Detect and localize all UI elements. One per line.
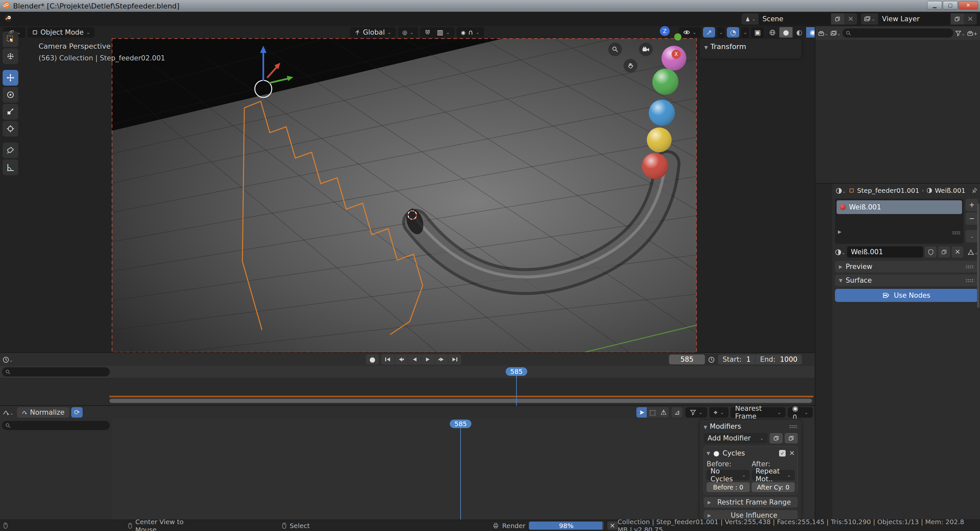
select-box-tool[interactable] [3, 31, 18, 47]
material-copy-icon[interactable] [938, 246, 950, 257]
snap-mode-dropdown[interactable]: Nearest Frame⌄ [730, 407, 786, 418]
minimize-button[interactable]: ▁ [927, 1, 942, 10]
auto-key-button[interactable]: ● [366, 354, 379, 365]
normalize-button[interactable]: Normalize [17, 407, 69, 418]
close-button[interactable]: ✕ [958, 1, 978, 10]
view-layer-copy-icon[interactable] [951, 13, 964, 24]
restrict-frame-range-toggle[interactable]: ▶Restrict Frame Range [704, 497, 798, 507]
tweak-tool-button[interactable]: ➤ [636, 407, 647, 418]
stopwatch-icon[interactable] [708, 356, 715, 364]
box-select-tool-button[interactable]: ⬚ [647, 407, 658, 418]
after-cycles-field[interactable]: After Cy: 0 [752, 482, 795, 492]
pan-widget[interactable] [624, 59, 637, 73]
material-slot-list[interactable]: Weiß.001 ▶ [835, 199, 964, 244]
xray-toggle[interactable]: ▣ [751, 27, 764, 38]
blender-menu-icon[interactable] [4, 14, 13, 24]
scene-selector[interactable]: ⌄ Scene ✕ [741, 13, 857, 24]
slot-specials-button[interactable]: ⌄ [966, 230, 978, 242]
error-filter-button[interactable]: ⚠ [658, 407, 669, 418]
view-layer-remove-icon[interactable]: ✕ [964, 13, 977, 24]
graph-editor-icon[interactable]: ⌄ [3, 408, 14, 416]
material-unlink-icon[interactable]: ✕ [951, 246, 963, 257]
properties-editor-icon[interactable]: ⌄ [835, 187, 846, 195]
gizmo-toggle[interactable]: ↗ [703, 27, 715, 38]
prev-keyframe-button[interactable] [395, 354, 408, 365]
outliner-filter-icon[interactable]: ⌄ [955, 29, 965, 37]
render-cancel-button[interactable]: ✕ [607, 521, 618, 530]
zoom-widget[interactable] [608, 43, 622, 56]
gizmo-dropdown[interactable]: ⌄ [717, 27, 725, 38]
timeline-playhead[interactable] [516, 375, 517, 406]
proportional-edit-toggle[interactable]: ◉ ∩ ⌄ [457, 27, 484, 38]
visibility-dropdown[interactable]: ⌄ [679, 27, 701, 38]
current-frame-field[interactable]: 585 [669, 354, 705, 364]
pivot-point-dropdown[interactable]: ⌖⌄ [709, 407, 729, 418]
paste-modifiers-icon[interactable] [785, 433, 798, 443]
outliner-display-mode-icon[interactable]: ⌄ [830, 29, 841, 37]
overlays-toggle[interactable]: ◔ [727, 27, 739, 38]
new-collection-icon[interactable]: + [967, 29, 977, 37]
annotate-tool[interactable] [3, 142, 18, 158]
shading-wireframe-button[interactable] [766, 27, 780, 38]
scene-unlink-icon[interactable]: ✕ [844, 13, 857, 24]
orientation-dropdown[interactable]: Global⌄ [350, 27, 396, 38]
add-modifier-dropdown[interactable]: Add Modifier⌄ [704, 433, 768, 443]
graph-playhead[interactable] [460, 427, 461, 520]
proportional-graph-toggle[interactable]: ◉ ∩⌄ [788, 407, 813, 418]
graph-search-input[interactable] [2, 421, 110, 430]
copy-modifiers-icon[interactable] [770, 433, 783, 443]
move-tool[interactable] [3, 70, 18, 86]
after-mode-dropdown[interactable]: Repeat Mot..⌄ [752, 470, 795, 480]
outliner-search-input[interactable] [843, 29, 953, 38]
jump-end-button[interactable] [448, 354, 461, 365]
shading-rendered-button[interactable]: ◉ [806, 27, 815, 38]
panel-preview[interactable]: ▶Preview [835, 261, 978, 273]
before-mode-dropdown[interactable]: No Cycles⌄ [706, 470, 750, 480]
rotate-tool[interactable] [3, 87, 18, 103]
shading-material-button[interactable]: ◐ [793, 27, 806, 38]
slot-remove-button[interactable]: − [966, 212, 978, 225]
next-keyframe-button[interactable] [435, 354, 448, 365]
pin-icon[interactable] [972, 188, 977, 193]
auto-normalize-toggle[interactable]: ⟳ [71, 407, 83, 418]
play-button[interactable] [422, 354, 435, 365]
play-reverse-button[interactable] [408, 354, 422, 365]
material-slot-active[interactable]: Weiß.001 [837, 200, 962, 214]
cycles-expand-arrow[interactable]: ▼ [706, 451, 710, 456]
ghost-curves-button[interactable]: ⊿ [671, 407, 682, 418]
breadcrumb-object[interactable]: Step_feeder01.001 [857, 187, 919, 195]
cursor-tool[interactable] [3, 48, 18, 64]
properties-scrollbar[interactable] [977, 203, 979, 308]
outliner-editor-icon[interactable]: ⌄ [818, 29, 829, 37]
frame-end-field[interactable]: End:1000 [755, 354, 802, 364]
scene-copy-icon[interactable] [831, 13, 844, 24]
panel-surface[interactable]: ▼Surface [835, 274, 978, 286]
timeline-search-input[interactable] [2, 367, 110, 376]
snap-toggle[interactable]: ▥⌄ [420, 27, 454, 38]
mode-dropdown[interactable]: Object Mode⌄ [27, 27, 95, 38]
slot-add-button[interactable]: + [966, 199, 978, 211]
overlays-dropdown[interactable]: ⌄ [741, 27, 749, 38]
jump-start-button[interactable] [381, 354, 395, 365]
pivot-dropdown[interactable]: ◎⌄ [398, 27, 418, 38]
breadcrumb-material[interactable]: Weiß.001 [935, 187, 966, 195]
before-cycles-field[interactable]: Before : 0 [706, 482, 750, 492]
material-data-dropdown[interactable]: ⌄ [967, 248, 978, 256]
fake-user-icon[interactable] [925, 246, 937, 257]
camera-view-widget[interactable] [639, 43, 653, 56]
view-layer-selector[interactable]: ⌄ View Layer ✕ [861, 13, 977, 24]
timeline-ruler[interactable] [0, 366, 815, 378]
measure-tool[interactable] [3, 159, 18, 175]
viewport-3d[interactable]: ⌄ Object Mode⌄ Global⌄ ◎⌄ ▥⌄ ◉ ∩ ⌄ ⌄ ↗ ⌄… [0, 26, 815, 352]
timeline-editor-icon[interactable]: ⌄ [3, 356, 13, 364]
timeline-scrollbar[interactable] [110, 399, 812, 403]
use-nodes-button[interactable]: Use Nodes [835, 289, 978, 302]
cycles-enable-checkbox[interactable]: ✓ [779, 450, 786, 456]
graph-filter-dropdown[interactable]: ⌄ [685, 407, 707, 418]
material-name-field[interactable]: Weiß.001 [847, 246, 923, 257]
scale-tool[interactable] [3, 104, 18, 120]
frame-start-field[interactable]: Start:1 [718, 354, 755, 364]
material-browse-icon[interactable]: ⌄ [835, 248, 845, 256]
cycles-delete-icon[interactable]: ✕ [789, 449, 795, 457]
use-influence-toggle[interactable]: ▶Use Influence [704, 510, 798, 520]
